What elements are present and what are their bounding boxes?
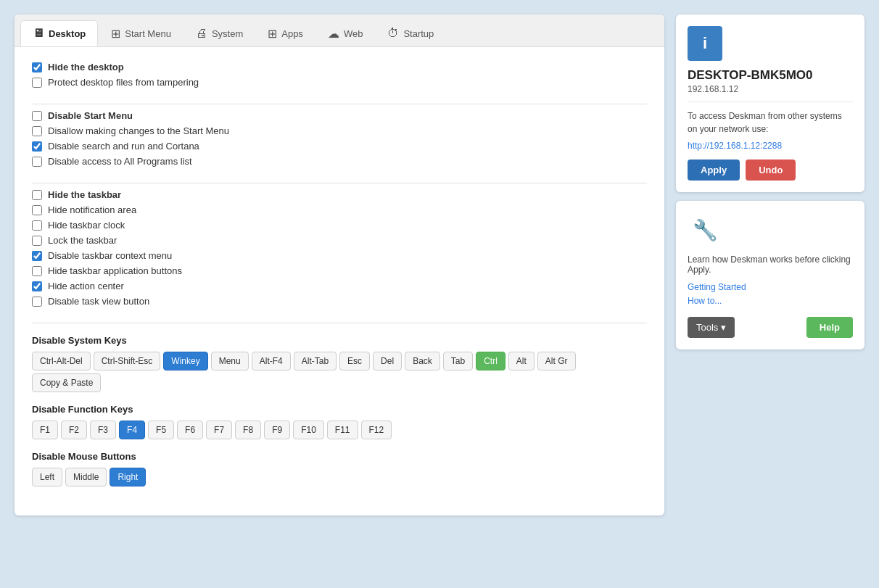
- checkbox-row-disable-programs: Disable access to All Programs list: [32, 156, 647, 167]
- label-disable-context[interactable]: Disable taskbar context menu: [48, 250, 172, 261]
- checkbox-hide-notification[interactable]: [32, 205, 42, 215]
- checkbox-disable-search[interactable]: [32, 141, 42, 152]
- checkbox-row-hide-taskbar: Hide the taskbar: [32, 189, 647, 200]
- key-f6[interactable]: F6: [177, 421, 203, 439]
- label-lock-taskbar[interactable]: Lock the taskbar: [48, 235, 117, 246]
- label-disable-start[interactable]: Disable Start Menu: [48, 110, 133, 121]
- key-f3[interactable]: F3: [90, 421, 116, 439]
- checkbox-hide-taskbar[interactable]: [32, 190, 42, 200]
- mouse-buttons-title: Disable Mouse Buttons: [32, 451, 647, 462]
- checkbox-disable-context[interactable]: [32, 251, 42, 261]
- key-f10[interactable]: F10: [293, 421, 324, 439]
- checkbox-row-hide-desktop: Hide the desktop: [32, 62, 647, 73]
- key-alt[interactable]: Alt: [508, 352, 535, 370]
- label-hide-app-buttons[interactable]: Hide taskbar application buttons: [48, 265, 182, 276]
- key-f1[interactable]: F1: [32, 421, 58, 439]
- network-info-text: To access Deskman from other systems on …: [688, 109, 853, 136]
- apply-button[interactable]: Apply: [688, 160, 740, 181]
- undo-button[interactable]: Undo: [746, 160, 796, 181]
- network-url-link[interactable]: http://192.168.1.12:2288: [688, 141, 782, 151]
- label-hide-action-center[interactable]: Hide action center: [48, 281, 124, 291]
- key-esc[interactable]: Esc: [339, 352, 370, 370]
- start-menu-icon: ⊞: [111, 27, 120, 41]
- mouse-middle[interactable]: Middle: [65, 468, 107, 486]
- content-area: Hide the desktop Protect desktop files f…: [15, 47, 664, 515]
- checkbox-row-disable-start: Disable Start Menu: [32, 110, 647, 121]
- key-f5[interactable]: F5: [148, 421, 174, 439]
- key-ctrl-alt-del[interactable]: Ctrl-Alt-Del: [32, 352, 91, 370]
- sidebar: i DESKTOP-BMK5MO0 192.168.1.12 To access…: [676, 15, 864, 349]
- info-icon-area: i: [688, 26, 853, 61]
- label-disable-task-view[interactable]: Disable task view button: [48, 296, 149, 307]
- label-protect-files[interactable]: Protect desktop files from tampering: [48, 77, 199, 88]
- help-card: 🔧 Learn how Deskman works before clickin…: [676, 201, 864, 349]
- tabs-bar: 🖥 Desktop ⊞ Start Menu 🖨 System ⊞ Apps ☁…: [15, 15, 664, 47]
- how-to-link[interactable]: How to...: [688, 294, 853, 308]
- label-hide-clock[interactable]: Hide taskbar clock: [48, 220, 125, 231]
- key-f11[interactable]: F11: [327, 421, 358, 439]
- checkbox-disable-task-view[interactable]: [32, 297, 42, 307]
- apply-undo-row: Apply Undo: [688, 160, 853, 181]
- tab-system[interactable]: 🖨 System: [184, 20, 255, 46]
- checkbox-row-hide-action-center: Hide action center: [32, 281, 647, 291]
- tab-desktop[interactable]: 🖥 Desktop: [20, 20, 98, 46]
- tools-button[interactable]: Tools ▾: [688, 317, 735, 338]
- key-f8[interactable]: F8: [235, 421, 261, 439]
- checkbox-protect-files[interactable]: [32, 78, 42, 88]
- help-button[interactable]: Help: [806, 317, 853, 338]
- key-f2[interactable]: F2: [61, 421, 87, 439]
- checkbox-row-lock-taskbar: Lock the taskbar: [32, 235, 647, 246]
- tab-startup[interactable]: ⏱ Startup: [376, 20, 445, 46]
- key-back[interactable]: Back: [405, 352, 440, 370]
- label-disable-search[interactable]: Disable search and run and Cortana: [48, 141, 199, 152]
- key-f4[interactable]: F4: [119, 421, 145, 439]
- taskbar-section: Hide the taskbar Hide notification area …: [32, 189, 647, 323]
- checkbox-row-disable-context: Disable taskbar context menu: [32, 250, 647, 261]
- label-disable-programs[interactable]: Disable access to All Programs list: [48, 156, 192, 167]
- key-f9[interactable]: F9: [264, 421, 290, 439]
- checkbox-lock-taskbar[interactable]: [32, 236, 42, 246]
- divider-1: [688, 102, 853, 102]
- key-f7[interactable]: F7: [206, 421, 232, 439]
- checkbox-row-disable-search: Disable search and run and Cortana: [32, 141, 647, 152]
- system-keys-section: Disable System Keys Ctrl-Alt-Del Ctrl-Sh…: [32, 335, 647, 486]
- checkbox-hide-app-buttons[interactable]: [32, 266, 42, 276]
- label-disallow-changes[interactable]: Disallow making changes to the Start Men…: [48, 125, 229, 136]
- start-menu-section: Disable Start Menu Disallow making chang…: [32, 110, 647, 183]
- key-alt-gr[interactable]: Alt Gr: [537, 352, 576, 370]
- key-alt-f4[interactable]: Alt-F4: [252, 352, 291, 370]
- checkbox-hide-action-center[interactable]: [32, 281, 42, 291]
- checkbox-hide-desktop[interactable]: [32, 62, 42, 73]
- tools-help-row: Tools ▾ Help: [688, 317, 853, 338]
- checkbox-disable-programs[interactable]: [32, 157, 42, 167]
- key-del[interactable]: Del: [373, 352, 402, 370]
- checkbox-hide-clock[interactable]: [32, 220, 42, 231]
- key-ctrl[interactable]: Ctrl: [476, 352, 505, 370]
- mouse-left[interactable]: Left: [32, 468, 62, 486]
- wrench-icon-area: 🔧: [688, 212, 853, 247]
- hostname: DESKTOP-BMK5MO0: [688, 68, 853, 83]
- getting-started-link[interactable]: Getting Started: [688, 281, 853, 294]
- label-hide-desktop[interactable]: Hide the desktop: [48, 62, 124, 73]
- label-hide-notification[interactable]: Hide notification area: [48, 204, 136, 215]
- tab-start-menu[interactable]: ⊞ Start Menu: [99, 20, 183, 46]
- key-menu[interactable]: Menu: [211, 352, 249, 370]
- apps-icon: ⊞: [268, 27, 277, 41]
- tab-apps[interactable]: ⊞ Apps: [256, 20, 315, 46]
- key-tab[interactable]: Tab: [443, 352, 473, 370]
- main-panel: 🖥 Desktop ⊞ Start Menu 🖨 System ⊞ Apps ☁…: [15, 15, 664, 515]
- function-keys-row: F1 F2 F3 F4 F5 F6 F7 F8 F9 F10 F11 F12: [32, 421, 647, 439]
- tab-web[interactable]: ☁ Web: [316, 20, 375, 46]
- mouse-right[interactable]: Right: [110, 468, 146, 486]
- system-keys-title: Disable System Keys: [32, 335, 647, 346]
- key-ctrl-shift-esc[interactable]: Ctrl-Shift-Esc: [94, 352, 161, 370]
- checkbox-disallow-changes[interactable]: [32, 126, 42, 136]
- key-winkey[interactable]: Winkey: [163, 352, 207, 370]
- key-f12[interactable]: F12: [361, 421, 392, 439]
- label-hide-taskbar[interactable]: Hide the taskbar: [48, 189, 121, 200]
- key-copy-paste[interactable]: Copy & Paste: [32, 373, 101, 392]
- checkbox-disable-start[interactable]: [32, 111, 42, 121]
- key-alt-tab[interactable]: Alt-Tab: [294, 352, 337, 370]
- checkbox-row-hide-app-buttons: Hide taskbar application buttons: [32, 265, 647, 276]
- function-keys-title: Disable Function Keys: [32, 404, 647, 415]
